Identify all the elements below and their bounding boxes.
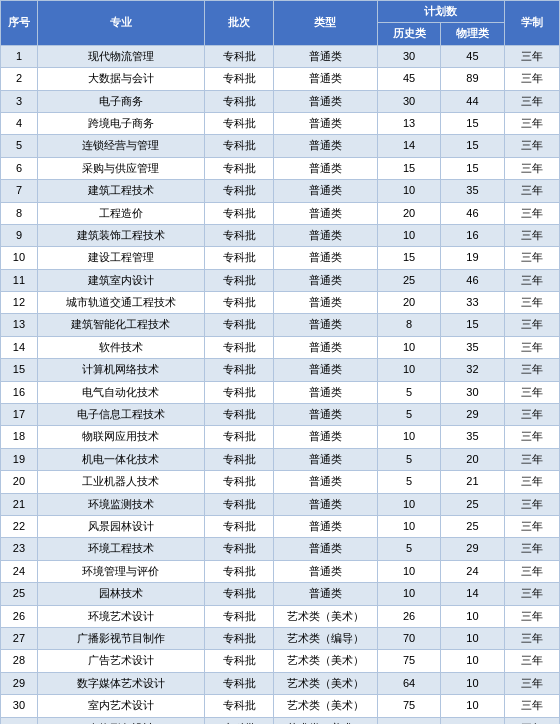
cell-type: 普通类 [274, 515, 378, 537]
cell-major: 工业机器人技术 [37, 471, 204, 493]
cell-major: 园林技术 [37, 583, 204, 605]
cell-physics: 45 [441, 45, 504, 67]
cell-batch: 专科批 [204, 695, 273, 717]
cell-history: 30 [377, 45, 440, 67]
cell-seq: 9 [1, 224, 38, 246]
table-row: 29数字媒体艺术设计专科批艺术类（美术）6410三年 [1, 672, 560, 694]
cell-major: 计算机网络技术 [37, 359, 204, 381]
cell-study: 三年 [504, 269, 559, 291]
cell-batch: 专科批 [204, 359, 273, 381]
cell-seq: 30 [1, 695, 38, 717]
cell-physics: 20 [441, 448, 504, 470]
header-study-system: 学制 [504, 1, 559, 46]
cell-physics: 33 [441, 292, 504, 314]
cell-type: 普通类 [274, 292, 378, 314]
header-major: 专业 [37, 1, 204, 46]
cell-major: 大数据与会计 [37, 68, 204, 90]
table-row: 31人物形象设计专科批艺术类（美术）186三年 [1, 717, 560, 724]
cell-seq: 20 [1, 471, 38, 493]
cell-type: 普通类 [274, 68, 378, 90]
table-row: 14软件技术专科批普通类1035三年 [1, 336, 560, 358]
cell-history: 45 [377, 68, 440, 90]
cell-physics: 30 [441, 381, 504, 403]
table-row: 27广播影视节目制作专科批艺术类（编导）7010三年 [1, 627, 560, 649]
cell-major: 跨境电子商务 [37, 112, 204, 134]
cell-batch: 专科批 [204, 538, 273, 560]
cell-study: 三年 [504, 359, 559, 381]
cell-type: 普通类 [274, 202, 378, 224]
cell-batch: 专科批 [204, 269, 273, 291]
cell-batch: 专科批 [204, 135, 273, 157]
cell-batch: 专科批 [204, 314, 273, 336]
cell-major: 电子商务 [37, 90, 204, 112]
cell-major: 建筑装饰工程技术 [37, 224, 204, 246]
cell-history: 25 [377, 269, 440, 291]
cell-physics: 15 [441, 112, 504, 134]
cell-physics: 35 [441, 426, 504, 448]
cell-physics: 14 [441, 583, 504, 605]
cell-physics: 24 [441, 560, 504, 582]
cell-batch: 专科批 [204, 45, 273, 67]
cell-seq: 14 [1, 336, 38, 358]
cell-history: 5 [377, 471, 440, 493]
header-physics: 物理类 [441, 23, 504, 45]
cell-history: 10 [377, 560, 440, 582]
cell-study: 三年 [504, 157, 559, 179]
table-row: 18物联网应用技术专科批普通类1035三年 [1, 426, 560, 448]
cell-study: 三年 [504, 471, 559, 493]
cell-seq: 2 [1, 68, 38, 90]
cell-type: 普通类 [274, 359, 378, 381]
table-row: 19机电一体化技术专科批普通类520三年 [1, 448, 560, 470]
cell-batch: 专科批 [204, 292, 273, 314]
cell-history: 10 [377, 515, 440, 537]
cell-study: 三年 [504, 180, 559, 202]
table-row: 4跨境电子商务专科批普通类1315三年 [1, 112, 560, 134]
cell-batch: 专科批 [204, 112, 273, 134]
cell-batch: 专科批 [204, 471, 273, 493]
cell-history: 10 [377, 224, 440, 246]
cell-history: 20 [377, 292, 440, 314]
cell-history: 14 [377, 135, 440, 157]
cell-major: 数字媒体艺术设计 [37, 672, 204, 694]
cell-type: 普通类 [274, 247, 378, 269]
cell-batch: 专科批 [204, 180, 273, 202]
cell-physics: 29 [441, 538, 504, 560]
cell-type: 艺术类（美术） [274, 717, 378, 724]
cell-study: 三年 [504, 493, 559, 515]
cell-type: 普通类 [274, 45, 378, 67]
cell-major: 环境管理与评价 [37, 560, 204, 582]
cell-batch: 专科批 [204, 336, 273, 358]
cell-physics: 32 [441, 359, 504, 381]
table-row: 23环境工程技术专科批普通类529三年 [1, 538, 560, 560]
cell-study: 三年 [504, 112, 559, 134]
cell-study: 三年 [504, 224, 559, 246]
cell-seq: 16 [1, 381, 38, 403]
cell-physics: 16 [441, 224, 504, 246]
cell-seq: 26 [1, 605, 38, 627]
cell-type: 艺术类（美术） [274, 605, 378, 627]
cell-study: 三年 [504, 381, 559, 403]
cell-history: 10 [377, 426, 440, 448]
cell-history: 64 [377, 672, 440, 694]
cell-batch: 专科批 [204, 224, 273, 246]
cell-type: 普通类 [274, 269, 378, 291]
cell-history: 75 [377, 650, 440, 672]
table-row: 21环境监测技术专科批普通类1025三年 [1, 493, 560, 515]
cell-major: 室内艺术设计 [37, 695, 204, 717]
cell-seq: 10 [1, 247, 38, 269]
cell-study: 三年 [504, 448, 559, 470]
cell-physics: 21 [441, 471, 504, 493]
cell-major: 机电一体化技术 [37, 448, 204, 470]
cell-physics: 46 [441, 202, 504, 224]
table-row: 12城市轨道交通工程技术专科批普通类2033三年 [1, 292, 560, 314]
cell-major: 建设工程管理 [37, 247, 204, 269]
cell-batch: 专科批 [204, 560, 273, 582]
table-row: 10建设工程管理专科批普通类1519三年 [1, 247, 560, 269]
cell-physics: 89 [441, 68, 504, 90]
cell-study: 三年 [504, 202, 559, 224]
cell-history: 10 [377, 359, 440, 381]
cell-seq: 21 [1, 493, 38, 515]
cell-seq: 1 [1, 45, 38, 67]
cell-physics: 44 [441, 90, 504, 112]
cell-study: 三年 [504, 538, 559, 560]
